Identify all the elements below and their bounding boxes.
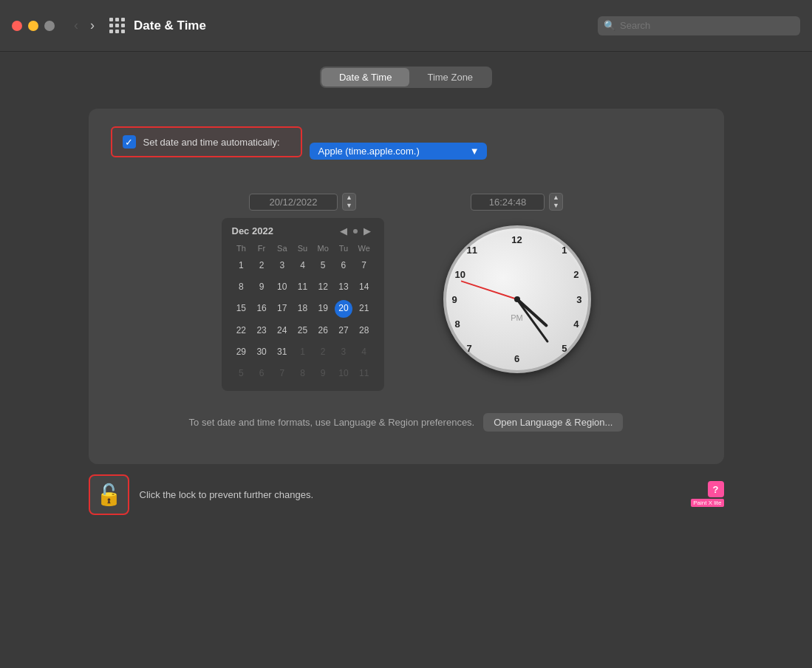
cal-day[interactable]: 11	[293, 277, 313, 297]
clock-num-9: 9	[452, 294, 457, 305]
calendar-header: Dec 2022 ◀ ▶	[232, 225, 374, 236]
cal-day-other: 9	[313, 364, 332, 384]
time-decrement-button[interactable]: ▼	[550, 202, 562, 210]
forward-button[interactable]: ›	[86, 16, 99, 35]
search-input[interactable]	[620, 20, 794, 31]
cal-day-other: 11	[355, 364, 374, 384]
cal-day[interactable]: 21	[355, 299, 374, 318]
cal-day[interactable]: 16	[252, 299, 271, 318]
date-decrement-button[interactable]: ▼	[343, 202, 355, 210]
cal-day[interactable]: 31	[273, 342, 292, 362]
cal-day[interactable]: 13	[334, 277, 353, 297]
calendar-prev-button[interactable]: ◀	[337, 225, 350, 236]
cal-day[interactable]: 29	[232, 342, 251, 362]
app-grid-icon[interactable]	[109, 18, 125, 33]
main-content: Date & Time Time Zone ✓ Set date and tim…	[0, 52, 812, 668]
grid-dot	[115, 24, 119, 27]
lock-icon: 🔓	[96, 483, 122, 507]
clock-num-11: 11	[467, 245, 477, 256]
cal-day[interactable]: 2	[252, 256, 271, 276]
nav-buttons: ‹ ›	[69, 16, 99, 35]
cal-day[interactable]: 22	[232, 321, 251, 341]
lock-row: 🔓 Click the lock to prevent further chan…	[89, 464, 724, 525]
cal-day[interactable]: 12	[313, 277, 332, 297]
cal-day[interactable]: 4	[293, 256, 313, 276]
cal-day[interactable]: 23	[252, 321, 271, 341]
time-field[interactable]	[471, 194, 545, 211]
cal-day-other: 2	[313, 342, 332, 362]
cal-day[interactable]: 27	[334, 321, 353, 341]
cal-day[interactable]: 10	[273, 277, 292, 297]
paintx-label: Paint X lite	[691, 499, 723, 507]
grid-dot	[121, 30, 125, 33]
datetime-area: ▲ ▼ Dec 2022 ◀ ▶ Th Fr	[111, 193, 702, 391]
titlebar: ‹ › Date & Time 🔍	[0, 0, 812, 52]
back-button[interactable]: ‹	[69, 16, 83, 35]
dropdown-arrow-icon: ▼	[470, 146, 480, 157]
auto-time-checkbox[interactable]: ✓	[123, 135, 136, 149]
clock-second-hand	[460, 280, 517, 300]
time-increment-button[interactable]: ▲	[550, 194, 562, 202]
window-title: Date & Time	[134, 18, 206, 33]
lock-icon-box[interactable]: 🔓	[89, 474, 129, 515]
cal-header-mo: Mo	[313, 242, 332, 254]
clock-center-dot	[514, 296, 520, 302]
cal-day[interactable]: 9	[252, 277, 271, 297]
search-bar[interactable]: 🔍	[598, 16, 800, 35]
settings-panel: ✓ Set date and time automatically: Apple…	[89, 109, 724, 464]
cal-day[interactable]: 5	[313, 256, 332, 276]
tab-timezone[interactable]: Time Zone	[409, 68, 491, 86]
open-region-button[interactable]: Open Language & Region...	[483, 413, 623, 432]
cal-day[interactable]: 19	[313, 299, 332, 318]
grid-dot	[115, 18, 119, 21]
search-icon: 🔍	[604, 20, 615, 31]
clock-num-3: 3	[576, 294, 581, 305]
auto-time-row: ✓ Set date and time automatically:	[111, 126, 302, 157]
date-increment-button[interactable]: ▲	[343, 194, 355, 202]
help-area: ? Paint X lite	[691, 481, 723, 508]
date-stepper[interactable]: ▲ ▼	[342, 193, 356, 211]
calendar: Dec 2022 ◀ ▶ Th Fr Sa Su Mo Tu We	[222, 218, 384, 391]
server-dropdown[interactable]: Apple (time.apple.com.) ▼	[310, 143, 487, 160]
cal-day-other: 8	[293, 364, 313, 384]
cal-day[interactable]: 15	[232, 299, 251, 318]
calendar-grid: Th Fr Sa Su Mo Tu We 1 2 3 4 5 6	[232, 242, 374, 384]
grid-dot	[109, 24, 113, 27]
cal-day[interactable]: 14	[355, 277, 374, 297]
time-input-row: ▲ ▼	[471, 193, 563, 211]
clock-num-2: 2	[573, 269, 579, 280]
cal-day-other: 7	[273, 364, 292, 384]
cal-day[interactable]: 6	[334, 256, 353, 276]
minimize-button[interactable]	[28, 21, 38, 31]
clock-num-1: 1	[562, 245, 567, 256]
calendar-next-button[interactable]: ▶	[361, 225, 374, 236]
clock-num-6: 6	[514, 353, 519, 364]
cal-day[interactable]: 30	[252, 342, 271, 362]
cal-day[interactable]: 3	[273, 256, 292, 276]
cal-day[interactable]: 7	[355, 256, 374, 276]
time-stepper[interactable]: ▲ ▼	[549, 193, 563, 211]
cal-day[interactable]: 17	[273, 299, 292, 318]
calendar-month: Dec 2022	[232, 225, 337, 236]
cal-day[interactable]: 18	[293, 299, 313, 318]
grid-dot	[115, 30, 119, 33]
cal-day[interactable]: 25	[293, 321, 313, 341]
cal-day-selected[interactable]: 20	[335, 300, 352, 318]
cal-header-tu: Tu	[334, 242, 353, 254]
cal-header-su: Su	[293, 242, 313, 254]
cal-day[interactable]: 8	[232, 277, 251, 297]
cal-day[interactable]: 26	[313, 321, 332, 341]
clock-num-7: 7	[467, 343, 472, 354]
cal-day[interactable]: 28	[355, 321, 374, 341]
close-button[interactable]	[12, 21, 22, 31]
grid-dot	[109, 18, 113, 21]
help-button[interactable]: ?	[708, 481, 724, 497]
tab-datetime[interactable]: Date & Time	[321, 68, 410, 86]
maximize-button[interactable]	[44, 21, 55, 31]
clock-num-12: 12	[511, 234, 522, 245]
cal-day[interactable]: 1	[232, 256, 251, 276]
cal-day[interactable]: 24	[273, 321, 292, 341]
clock-num-10: 10	[455, 269, 465, 280]
cal-day-other: 5	[232, 364, 251, 384]
date-field[interactable]	[249, 194, 338, 211]
